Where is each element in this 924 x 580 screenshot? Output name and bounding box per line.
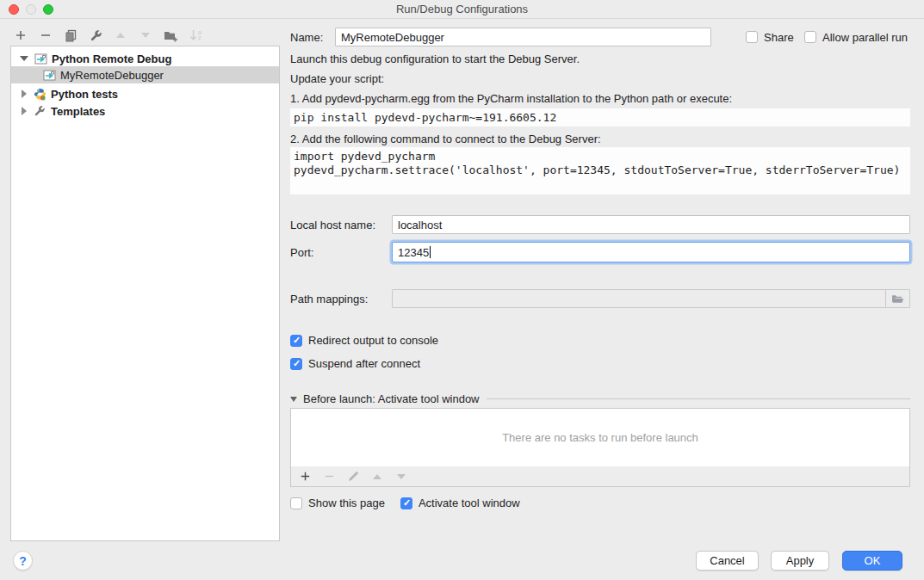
browse-path-mappings-button[interactable]: [885, 290, 909, 307]
apply-label: Apply: [786, 554, 815, 567]
settrace-code-block: import pydevd_pycharm pydevd_pycharm.set…: [290, 147, 910, 194]
update-script-text: Update your script:: [290, 72, 384, 85]
activate-tool-window-label: Activate tool window: [419, 497, 520, 509]
suspend-after-connect-label: Suspend after connect: [308, 357, 420, 370]
ok-button[interactable]: OK: [842, 551, 902, 571]
new-folder-icon[interactable]: [162, 27, 179, 44]
allow-parallel-run-checkbox[interactable]: Allow parallel run: [804, 31, 908, 44]
move-task-up-icon: [370, 470, 384, 484]
help-button[interactable]: ?: [13, 551, 33, 571]
sort-alphabetically-icon: az: [187, 27, 204, 44]
window-controls: [9, 4, 53, 15]
share-checkbox-box[interactable]: [746, 31, 758, 43]
remote-debug-config-icon: [34, 52, 47, 65]
activate-tool-window-checkbox[interactable]: Activate tool window: [400, 497, 520, 509]
code-line-1: import pydevd_pycharm: [294, 150, 907, 164]
close-window-button[interactable]: [9, 4, 19, 15]
chevron-collapsed-icon[interactable]: [22, 107, 27, 115]
copy-configuration-icon[interactable]: [62, 27, 79, 44]
section-rule: [487, 398, 910, 399]
local-host-label: Local host name:: [290, 219, 375, 231]
title-bar: Run/Debug Configurations: [0, 0, 924, 19]
port-label: Port:: [290, 246, 313, 259]
chevron-expanded-icon[interactable]: [290, 397, 297, 402]
before-launch-task-list[interactable]: There are no tasks to run before launch: [290, 408, 910, 467]
redirect-output-checkbox-box[interactable]: [290, 335, 302, 347]
before-launch-toolbar: [290, 466, 910, 487]
redirect-output-checkbox[interactable]: Redirect output to console: [290, 334, 910, 347]
ok-label: OK: [865, 554, 881, 567]
share-label: Share: [764, 31, 794, 44]
path-mappings-input[interactable]: [392, 289, 910, 308]
window-title: Run/Debug Configurations: [396, 3, 528, 15]
tree-item-label: MyRemoteDebugger: [60, 69, 164, 82]
tree-item-label: Python tests: [51, 88, 118, 101]
move-task-down-icon: [394, 470, 408, 484]
port-value: 12345: [398, 246, 429, 259]
configurations-toolbar: az: [12, 26, 204, 45]
apply-button[interactable]: Apply: [771, 551, 829, 571]
remove-configuration-button[interactable]: [37, 27, 54, 44]
show-this-page-checkbox[interactable]: Show this page: [290, 497, 385, 509]
move-down-icon: [137, 27, 154, 44]
minimize-window-button[interactable]: [26, 4, 36, 15]
remote-debug-config-icon: [42, 68, 56, 82]
help-label: ?: [19, 554, 27, 568]
sidebar-item-templates[interactable]: Templates: [11, 102, 279, 120]
cancel-label: Cancel: [710, 554, 744, 567]
tree-item-label: Python Remote Debug: [52, 52, 171, 65]
name-input[interactable]: MyRemoteDebugger: [335, 28, 711, 46]
before-launch-section-header[interactable]: Before launch: Activate tool window: [290, 392, 910, 405]
suspend-after-connect-checkbox-box[interactable]: [290, 358, 302, 370]
remove-task-icon: [322, 470, 336, 484]
sidebar-item-python-tests[interactable]: Python tests: [11, 85, 279, 102]
pip-command-text: pip install pydevd-pycharm~=191.6605.12: [294, 111, 556, 124]
cancel-button[interactable]: Cancel: [696, 551, 759, 571]
sidebar-item-python-remote-debug[interactable]: Python Remote Debug: [11, 50, 279, 67]
launch-instruction-text: Launch this debug configuration to start…: [290, 52, 580, 65]
folder-open-icon: [891, 293, 904, 304]
show-this-page-label: Show this page: [308, 497, 385, 509]
chevron-collapsed-icon[interactable]: [22, 89, 27, 98]
code-line-2: pydevd_pycharm.settrace('localhost', por…: [294, 164, 907, 177]
empty-tasks-text: There are no tasks to run before launch: [502, 431, 698, 444]
before-launch-title: Before launch: Activate tool window: [303, 392, 480, 405]
allow-parallel-run-label: Allow parallel run: [822, 31, 908, 44]
text-caret: [430, 246, 431, 258]
activate-tool-window-checkbox-box[interactable]: [400, 497, 412, 509]
sidebar-item-myremotedebugger[interactable]: MyRemoteDebugger: [11, 66, 279, 83]
move-up-icon: [112, 27, 129, 44]
redirect-output-label: Redirect output to console: [308, 334, 438, 347]
wrench-icon: [33, 104, 47, 118]
local-host-input[interactable]: localhost: [392, 215, 910, 234]
step1-text: 1. Add pydevd-pycharm.egg from the PyCha…: [290, 92, 732, 105]
path-mappings-label: Path mappings:: [290, 293, 368, 305]
step2-text: 2. Add the following command to connect …: [290, 133, 601, 145]
edit-task-icon: [346, 470, 360, 484]
name-label: Name:: [290, 31, 323, 44]
python-tests-icon: [33, 87, 47, 101]
share-checkbox[interactable]: Share: [746, 31, 794, 44]
tree-item-label: Templates: [51, 105, 105, 118]
zoom-window-button[interactable]: [43, 4, 53, 15]
add-configuration-button[interactable]: [12, 27, 29, 44]
allow-parallel-run-checkbox-box[interactable]: [804, 31, 816, 43]
local-host-value: localhost: [398, 219, 442, 231]
pip-command-code: pip install pydevd-pycharm~=191.6605.12: [290, 108, 910, 126]
port-input[interactable]: 12345: [392, 242, 910, 262]
add-task-button[interactable]: [298, 470, 312, 484]
show-this-page-checkbox-box[interactable]: [290, 497, 302, 509]
suspend-after-connect-checkbox[interactable]: Suspend after connect: [290, 357, 910, 370]
edit-templates-icon[interactable]: [87, 27, 104, 44]
configurations-tree: Python Remote Debug MyRemoteDebugger Pyt…: [10, 46, 280, 541]
name-value: MyRemoteDebugger: [341, 31, 444, 44]
chevron-expanded-icon[interactable]: [20, 56, 28, 61]
